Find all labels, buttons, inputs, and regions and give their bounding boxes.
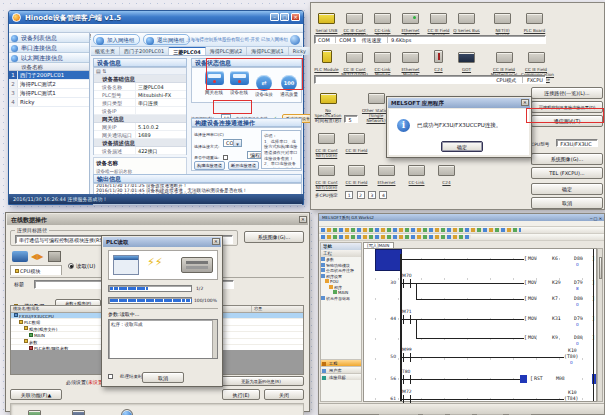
titlebar[interactable]: Hinode设备管理客户端 v1.5 – □ ✕: [9, 11, 303, 24]
property-row[interactable]: 网关通讯端口1689: [94, 131, 186, 139]
sidebar-group-ethernet[interactable]: 以太网连接信息: [9, 53, 89, 63]
plcif-cclink[interactable]: CC-Link Module: [369, 48, 396, 78]
dialog-close-button[interactable]: ✕: [521, 99, 529, 106]
net2-ethernet[interactable]: Ethernet: [373, 161, 400, 186]
plc-memory-clear-item[interactable]: PLC存储器清除: [107, 406, 147, 415]
maximize-button[interactable]: □: [280, 13, 289, 21]
net1-ccie-field[interactable]: CC IE Field: [343, 129, 370, 154]
device-row[interactable]: 2海得PLC测试2: [9, 80, 89, 89]
communication-test-button[interactable]: 通信测试(T): [531, 115, 603, 127]
system-image-button[interactable]: 系统图像(G)...: [244, 231, 304, 243]
toolbar-row-1[interactable]: [319, 227, 604, 234]
build-channel-button[interactable]: 构建连接通道: [194, 161, 225, 170]
cpu-slot-3[interactable]: 3: [368, 191, 376, 199]
remote-operation-item[interactable]: 远程操作: [19, 406, 49, 415]
listbox-scrollbar[interactable]: [212, 320, 217, 358]
dialog-titlebar[interactable]: 在线数据操作: [7, 214, 308, 225]
speed-value[interactable]: 9.6Kbps: [387, 37, 411, 43]
nav-tree-item[interactable]: 软元件存储器: [321, 296, 361, 302]
property-row[interactable]: 设备描述422接口: [94, 147, 186, 155]
pcif-qbus[interactable]: Q Series Bus: [453, 9, 480, 34]
pcif-serial-usb[interactable]: Serial USB: [313, 9, 340, 34]
dialog-titlebar[interactable]: PLC读取: [103, 237, 221, 247]
auto-close-checkbox[interactable]: [108, 374, 113, 379]
tab-device-1[interactable]: 西门子200PLC01: [120, 47, 169, 55]
dialog-close-button[interactable]: ✕: [212, 238, 220, 245]
tab-overview[interactable]: 概览主页: [91, 47, 120, 55]
minimize-button[interactable]: –: [270, 13, 279, 21]
dialog-titlebar[interactable]: MELSOFT 应用程序: [388, 98, 530, 108]
tab-device-3[interactable]: 海得PLC测试2: [206, 47, 247, 55]
nav-button-user-library[interactable]: 用户库: [321, 366, 361, 373]
tab-cpu-module[interactable]: CPU模块: [10, 265, 62, 275]
toolbar-icons[interactable]: [321, 228, 521, 232]
ok-button[interactable]: 确定: [531, 183, 603, 195]
property-group[interactable]: 设备描述信息: [94, 139, 186, 147]
ladder-cursor-cell[interactable]: [375, 249, 402, 271]
device-row[interactable]: 4Ricky: [9, 98, 89, 107]
cpu-slot-4[interactable]: 4: [379, 191, 387, 199]
navigation-subheader[interactable]: 工程: [321, 250, 361, 257]
tab-device-4[interactable]: 海得PLC测试1: [247, 47, 288, 55]
cancel-button[interactable]: 取消: [531, 197, 603, 209]
toolbar-icons[interactable]: [321, 235, 471, 239]
com-value[interactable]: COM 3: [335, 37, 356, 43]
plcif-c24[interactable]: C24: [425, 48, 452, 73]
connection-path-button[interactable]: 连接路径(一览)(L)...: [531, 87, 603, 99]
net2-ccie-cont[interactable]: CC IE Cont NET/10(H): [313, 161, 340, 191]
tel-button[interactable]: TEL (FXCPU)...: [531, 167, 603, 179]
close-button[interactable]: ✕: [291, 13, 300, 21]
device-row[interactable]: 1西门子200PLC01: [9, 71, 89, 80]
nav-button-connection[interactable]: 连接目标: [321, 373, 361, 380]
net1-ccie-cont[interactable]: CC IE Cont NET/10(H): [313, 129, 340, 159]
cpu-slot-2[interactable]: 2: [357, 191, 365, 199]
scrollbar-thumb[interactable]: [599, 257, 602, 279]
plcif-plc-module[interactable]: PLC Module: [313, 48, 340, 73]
break-channel-button[interactable]: 断开连接通道: [228, 161, 259, 170]
direct-connection-button[interactable]: 可编程控制器直接连接设置(D): [531, 101, 603, 113]
sidebar-group-devices[interactable]: 设备列表信息: [9, 33, 89, 43]
relay-checkbox[interactable]: [223, 155, 228, 160]
property-grid-toolbar[interactable]: ▤ ⇅: [94, 68, 186, 75]
dialog-ok-button[interactable]: 确定: [441, 141, 483, 152]
property-row[interactable]: 设备名称三菱PLC04: [94, 83, 186, 91]
nav-button-project[interactable]: 工程: [321, 359, 361, 366]
time-check-value[interactable]: 5: [344, 115, 358, 123]
join-network-button[interactable]: 加入网络组: [93, 34, 140, 45]
toolbar-row-2[interactable]: [319, 234, 604, 241]
pcif-plc-board[interactable]: PLC Board: [521, 9, 548, 34]
related-functions-button[interactable]: 关联功能(F)▲: [10, 389, 62, 400]
system-image-button[interactable]: 系统图像(G)...: [531, 153, 603, 165]
plcif-got[interactable]: GOT: [453, 48, 480, 73]
cpu-slot-1[interactable]: 1: [345, 191, 353, 199]
titlebar[interactable]: MELSOFT系列 GX Works2 ─ □ ✕: [319, 214, 604, 221]
user-icon[interactable]: [290, 35, 300, 45]
tab-device-5[interactable]: Ricky: [289, 47, 311, 55]
device-row[interactable]: 3海得PLC测试1: [9, 89, 89, 98]
group-icon: [11, 55, 18, 62]
vertical-scrollbar[interactable]: [597, 248, 603, 402]
clock-setting-item[interactable]: 时钟设置: [63, 406, 93, 415]
tab-device-2-active[interactable]: 三菱PLC04: [169, 47, 205, 55]
refresh-info-button[interactable]: 更新为最新的信息(R): [218, 376, 304, 386]
property-row[interactable]: 接口类型串口连接: [94, 99, 186, 107]
close-button[interactable]: ✕: [299, 216, 307, 223]
property-row[interactable]: 网关IP5.10.0.2: [94, 123, 186, 131]
port-combo[interactable]: COM3▾: [223, 139, 242, 147]
property-row[interactable]: PLC型号Mitsubishi-FX: [94, 91, 186, 99]
net2-c24[interactable]: C24: [433, 161, 460, 186]
property-group[interactable]: 设备基础信息: [94, 75, 186, 83]
exit-network-button[interactable]: 退出网络组: [143, 34, 190, 45]
net2-cclink[interactable]: CC-Link: [403, 161, 430, 186]
property-group[interactable]: 网关信息: [94, 115, 186, 123]
radio-read[interactable]: [68, 263, 74, 269]
close-dialog-button[interactable]: 关闭: [264, 389, 304, 400]
sidebar-group-serial[interactable]: 串口连接信息: [9, 43, 89, 53]
property-row[interactable]: 设备IP: [94, 107, 186, 115]
cancel-read-button[interactable]: 取消: [142, 372, 184, 383]
ladder-editor[interactable]: [MOVK6D80] 0 30 M70 [MOVK29D79] 8 [MOVK7…: [363, 248, 597, 402]
execute-button[interactable]: 执行(E): [222, 389, 260, 400]
result-listbox[interactable]: 程序：读取完成: [108, 319, 218, 359]
net2-ccie-field[interactable]: CC IE Field: [343, 161, 370, 186]
plcif-ethernet[interactable]: Ethernet Module: [397, 48, 424, 78]
